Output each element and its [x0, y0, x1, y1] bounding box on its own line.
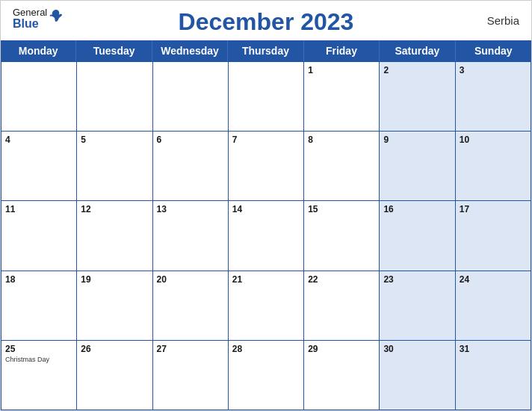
calendar-cell: 4	[1, 132, 77, 201]
day-header-friday: Friday	[304, 40, 380, 61]
date-number: 10	[460, 135, 527, 145]
day-header-monday: Monday	[1, 40, 76, 61]
day-header-sunday: Sunday	[456, 40, 531, 61]
calendar-cell: 28	[229, 341, 304, 410]
country-label: Serbia	[487, 14, 519, 27]
calendar-cell: 10	[456, 132, 531, 201]
calendar-cell: 26	[77, 341, 152, 410]
holiday-label: Christmas Day	[5, 356, 72, 363]
date-number: 4	[5, 135, 72, 145]
calendar-cell: 18	[1, 271, 77, 341]
date-number: 16	[383, 204, 451, 214]
date-number: 30	[383, 344, 451, 354]
date-number: 19	[81, 274, 148, 285]
date-number: 12	[81, 204, 148, 214]
calendar-cell: 8	[304, 132, 380, 201]
day-headers-row: Monday Tuesday Wednesday Thursday Friday…	[1, 40, 531, 61]
calendar-cell	[153, 62, 229, 132]
date-number: 25	[5, 344, 72, 354]
date-number: 3	[460, 65, 527, 75]
calendar-cell: 5	[77, 132, 152, 201]
date-number: 14	[232, 204, 300, 214]
logo-bird-icon	[49, 8, 64, 23]
calendar-cell	[229, 62, 304, 132]
calendar-cell: 2	[380, 62, 455, 132]
calendar-cell: 25Christmas Day	[1, 341, 77, 410]
calendar-cell: 15	[304, 201, 380, 271]
date-number: 22	[308, 274, 375, 285]
date-number: 2	[383, 65, 451, 75]
calendar-cell: 29	[304, 341, 380, 410]
day-header-wednesday: Wednesday	[152, 40, 228, 61]
calendar-cell: 24	[456, 271, 531, 341]
calendar-cell	[1, 62, 77, 132]
calendar-cell: 13	[153, 201, 229, 271]
calendar-cell: 1	[304, 62, 380, 132]
calendar-cell: 20	[153, 271, 229, 341]
calendar-cell: 6	[153, 132, 229, 201]
day-header-tuesday: Tuesday	[76, 40, 152, 61]
calendar-cell: 31	[456, 341, 531, 410]
date-number: 27	[157, 344, 224, 354]
date-number: 1	[308, 65, 375, 75]
day-header-thursday: Thursday	[228, 40, 303, 61]
date-number: 18	[5, 274, 72, 285]
calendar-cell: 12	[77, 201, 152, 271]
calendar-header: General Blue December 2023 Serbia	[1, 1, 531, 40]
calendar-cell: 27	[153, 341, 229, 410]
day-header-saturday: Saturday	[380, 40, 455, 61]
calendar-container: General Blue December 2023 Serbia Monday…	[0, 0, 532, 411]
logo-blue-text: Blue	[13, 18, 47, 30]
calendar-cell: 19	[77, 271, 152, 341]
date-number: 11	[5, 204, 72, 214]
date-number: 8	[308, 135, 375, 145]
calendar-cell: 23	[380, 271, 455, 341]
date-number: 7	[232, 135, 300, 145]
date-number: 26	[81, 344, 148, 354]
date-number: 31	[460, 344, 527, 354]
calendar-cell: 3	[456, 62, 531, 132]
calendar-cell: 7	[229, 132, 304, 201]
calendar-cell: 17	[456, 201, 531, 271]
calendar-cell: 11	[1, 201, 77, 271]
calendar-cell: 22	[304, 271, 380, 341]
date-number: 9	[383, 135, 451, 145]
calendar-title: December 2023	[179, 8, 354, 36]
date-number: 5	[81, 135, 148, 145]
date-number: 17	[460, 204, 527, 214]
calendar-grid: 1234567891011121314151617181920212223242…	[1, 61, 531, 410]
calendar-cell: 14	[229, 201, 304, 271]
date-number: 13	[157, 204, 224, 214]
logo-general-text: General	[13, 7, 47, 18]
date-number: 29	[308, 344, 375, 354]
date-number: 21	[232, 274, 300, 285]
date-number: 23	[383, 274, 451, 285]
calendar-cell: 16	[380, 201, 455, 271]
date-number: 28	[232, 344, 300, 354]
date-number: 20	[157, 274, 224, 285]
calendar-cell: 9	[380, 132, 455, 201]
date-number: 15	[308, 204, 375, 214]
date-number: 24	[460, 274, 527, 285]
calendar-cell: 21	[229, 271, 304, 341]
date-number: 6	[157, 135, 224, 145]
calendar-cell	[77, 62, 152, 132]
logo: General Blue	[13, 7, 64, 30]
calendar-cell: 30	[380, 341, 455, 410]
